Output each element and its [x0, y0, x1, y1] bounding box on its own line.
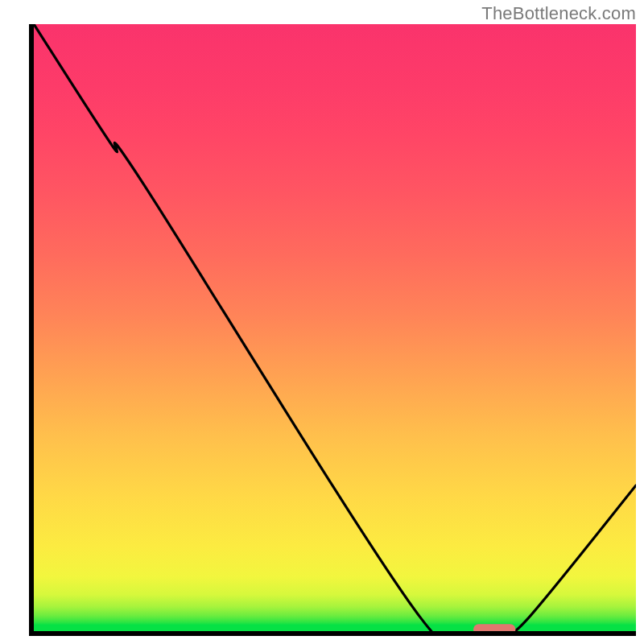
optimal-marker: [34, 24, 636, 631]
y-axis: [29, 24, 34, 636]
chart-container: TheBottleneck.com: [0, 0, 644, 644]
attribution-label: TheBottleneck.com: [481, 3, 636, 24]
x-axis: [29, 631, 636, 636]
svg-rect-0: [473, 624, 515, 631]
plot-area: [29, 24, 636, 636]
